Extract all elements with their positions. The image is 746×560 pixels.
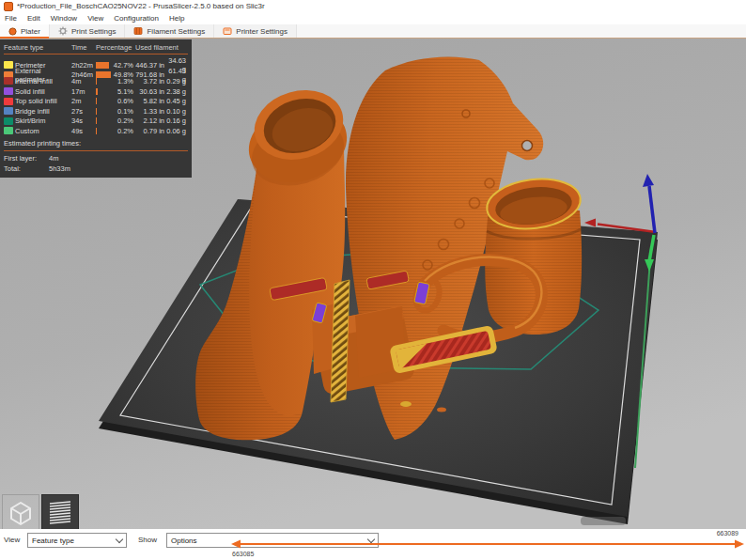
legend-row-solid-infill: Solid infill 17m 5.1% 30.63 in 2.38 g	[4, 86, 188, 97]
window-titlebar[interactable]: *Production_File_BoschCAO25NOV22 - Prusa…	[0, 0, 746, 12]
ruler-right-value: 663089	[717, 530, 738, 537]
color-swatch	[4, 87, 13, 95]
legend-divider	[4, 54, 188, 54]
panel-tab-hole	[522, 141, 533, 151]
legend-divider	[4, 150, 188, 151]
plater-icon	[8, 27, 17, 36]
menu-file[interactable]: File	[5, 14, 17, 23]
percentage-bar	[96, 78, 97, 85]
legend-row-bridge-infill: Bridge infill 27s 0.1% 1.33 in 0.10 g	[4, 106, 188, 117]
print-statistics-legend: Feature type Time Percentage Used filame…	[0, 39, 192, 178]
menu-edit[interactable]: Edit	[27, 14, 40, 23]
percentage-bar	[96, 62, 109, 69]
tab-print-settings[interactable]: Print Settings	[50, 24, 126, 38]
first-layer-value: 4m	[49, 154, 188, 163]
legend-row-custom: Custom 49s 0.2% 0.79 in 0.06 g	[4, 126, 188, 136]
legend-row-top-solid-infill: Top solid infill 2m 0.6% 5.82 in 0.45 g	[4, 96, 188, 106]
window-title: *Production_File_BoschCAO25NOV22 - Prusa…	[17, 2, 265, 10]
menu-configuration[interactable]: Configuration	[114, 14, 159, 23]
legend-header-used-filament: Used filament	[135, 43, 188, 52]
ruler-arrow	[0, 529, 746, 560]
color-swatch	[4, 117, 13, 125]
tab-plater[interactable]: Plater	[0, 24, 50, 38]
small-brim-bit	[400, 401, 412, 407]
color-swatch	[4, 127, 13, 134]
percentage-bar	[96, 98, 97, 104]
legend-header-feature: Feature type	[4, 43, 71, 52]
small-brim-bit	[437, 408, 446, 412]
menu-help[interactable]: Help	[169, 14, 184, 23]
gear-icon	[58, 26, 68, 36]
total-time-label: Total:	[4, 164, 49, 173]
ruler-left-value: 663085	[232, 551, 254, 557]
color-swatch	[4, 77, 13, 85]
editor-3d-view-button[interactable]	[2, 494, 39, 531]
legend-header-time: Time	[71, 43, 96, 52]
tab-printer-settings[interactable]: Printer Settings	[214, 24, 297, 38]
view-toggle-group	[2, 494, 79, 531]
app-logo-icon	[4, 2, 13, 11]
color-swatch	[4, 107, 13, 115]
percentage-bar	[96, 71, 111, 78]
settings-tab-bar: Plater Print Settings Filament Settings	[0, 24, 746, 39]
menu-window[interactable]: Window	[51, 14, 77, 23]
total-time-value: 5h33m	[49, 164, 188, 173]
prusaslicer-window: *Production_File_BoschCAO25NOV22 - Prusa…	[0, 0, 746, 560]
menu-view[interactable]: View	[87, 14, 103, 23]
color-swatch	[4, 61, 13, 69]
legend-row-skirt-brim: Skirt/Brim 34s 0.2% 2.12 in 0.16 g	[4, 117, 188, 127]
bottom-toolbar: View Feature type Show Options 663089 66…	[0, 529, 746, 560]
color-swatch	[4, 98, 13, 105]
legend-header-percentage: Percentage	[96, 43, 135, 52]
first-layer-label: First layer:	[4, 154, 49, 163]
printer-icon	[223, 26, 232, 36]
percentage-bar	[96, 117, 97, 124]
percentage-bar	[96, 88, 98, 95]
legend-row-perimeter: Perimeter 2h22m 42.7% 446.37 in 34.63 g	[4, 56, 188, 67]
viewport-bottom-tab	[581, 517, 626, 525]
legend-row-internal-infill: Internal infill 4m 1.3% 3.72 in 0.29 g	[4, 76, 188, 86]
cube-3d-editor-icon	[7, 499, 35, 527]
menu-bar: File Edit Window View Configuration Help	[0, 12, 746, 24]
percentage-bar	[96, 108, 97, 115]
tab-filament-settings[interactable]: Filament Settings	[125, 24, 214, 38]
filament-spool-icon	[133, 26, 143, 36]
percentage-bar	[96, 128, 97, 134]
layers-preview-icon	[46, 499, 74, 527]
layers-preview-button[interactable]	[41, 494, 79, 531]
estimated-times-title: Estimated printing times:	[4, 138, 188, 149]
